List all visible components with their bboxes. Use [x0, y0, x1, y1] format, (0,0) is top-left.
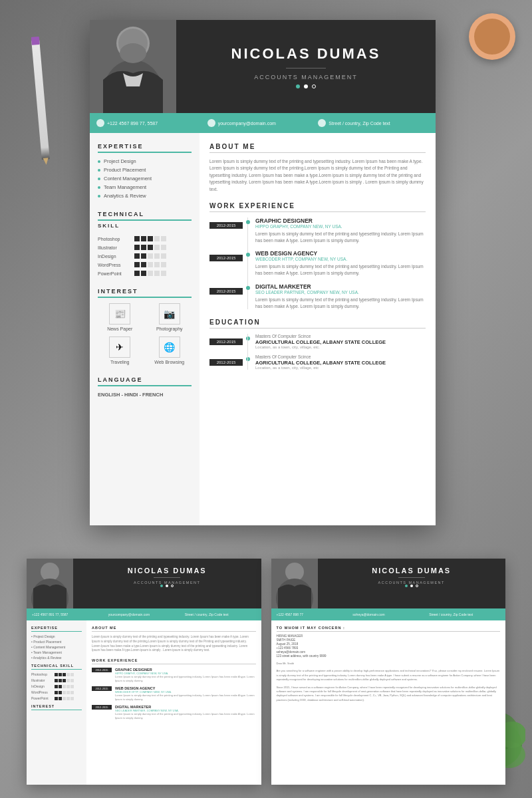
mini-exp-4: • Team Management	[31, 650, 82, 654]
bar	[141, 271, 146, 276]
mini-dots-2	[326, 585, 498, 587]
hiring-manager: HIRING MANAGER	[277, 634, 501, 638]
bar-empty	[154, 253, 160, 259]
job-desc-2: Lorem Ipsum is simply dummy text of the …	[255, 263, 426, 277]
bar-empty	[161, 271, 166, 276]
bar-empty	[161, 253, 166, 259]
email-icon	[207, 119, 215, 127]
header-info: NICOLAS DUMAS ACCOUNTS MANAGEMENT	[176, 32, 436, 102]
email-text: yourcompany@domain.com	[218, 121, 276, 126]
bar	[148, 245, 153, 250]
mini-header-info-1: NICOLAS DUMAS ACCOUNTS MANAGEMENT	[73, 559, 261, 608]
language-text: ENGLISH - HINDI - FRENCH	[98, 392, 192, 398]
year-badge: 2012-2015	[209, 359, 243, 366]
skill-bars	[134, 253, 166, 259]
expertise-item-1: Project Design	[98, 158, 192, 164]
interest-title: INTEREST	[98, 288, 192, 298]
skill-bars	[134, 236, 166, 241]
education-section: EDUCATION 2012-2015 Masters Of Computer …	[209, 319, 426, 370]
job-company-2: WEBCODER HTTP, COMPANY NEW, NY USA.	[255, 257, 426, 261]
job-desc-3: Lorem Ipsum is simply dummy text of the …	[255, 297, 426, 310]
pencil-eraser	[31, 37, 40, 45]
mini-email-2: soheya@domain.com	[352, 612, 424, 616]
edu-degree-1: Masters Of Computer Scince	[255, 334, 426, 338]
mini-job-desc: Lorem Ipsum is simply dummy text of the …	[115, 712, 256, 720]
timeline-dot	[246, 286, 250, 290]
letter-date: August 25, 2018	[277, 642, 501, 646]
interest-label: Photography	[156, 327, 183, 331]
travel-icon: ✈	[109, 336, 130, 358]
work-title: WORK EXPERIENCE	[209, 202, 426, 212]
mini-job-content: WEB DESIGN AGENCY WEBCODER HTTP, COMPANY…	[115, 686, 256, 701]
expertise-section: EXPERTISE Project Design Product Placeme…	[98, 143, 192, 199]
phone-text: +122 4567 898 77, 5587	[107, 121, 158, 126]
letter-name: SMITH PAIGE	[277, 638, 501, 642]
edu-school-1: AGRICULTURAL COLLEGE, ALBANY STATE COLLE…	[255, 339, 426, 345]
job-year-1: 2012-2015	[209, 217, 246, 244]
bullet-icon	[98, 178, 100, 180]
job-year-3: 2012-2015	[209, 283, 246, 310]
job-title-1: GRAPHIC DESIGNER	[255, 217, 426, 224]
year-badge: 2012-2015	[209, 255, 243, 261]
mini-name-2: NICOLAS DUMAS	[326, 567, 498, 575]
skill-illustrator: Illustrator	[98, 245, 192, 250]
mini-dot	[410, 585, 413, 587]
mini-phone-2: +122 4567 898 77	[277, 612, 348, 616]
mini-job-desc: Lorem Ipsum is simply dummy text of the …	[115, 694, 256, 701]
work-timeline: 2012-2015 GRAPHIC DESIGNER HIPPO GRAPHY,…	[209, 217, 426, 310]
letter-address: 123 street address, with country 9999	[277, 654, 501, 658]
letter-main: TO WHOM IT MAY CONCERN : HIRING MANAGER …	[271, 620, 506, 708]
technical-section: TEchnical SKILL Photoshop Illustrator	[98, 211, 192, 276]
camera-icon: 📷	[159, 303, 180, 325]
job-item-1: 2012-2015 GRAPHIC DESIGNER HIPPO GRAPHY,…	[209, 217, 426, 244]
mini-skill-2: Illustrator	[31, 678, 82, 682]
mini-bars	[55, 679, 74, 682]
mini-dot	[171, 585, 174, 587]
education-timeline: 2012-2015 Masters Of Computer Scince AGR…	[209, 334, 426, 370]
bar	[134, 262, 140, 267]
edu-degree-2: Masters Of Computer Scince	[255, 354, 426, 359]
skill-bars	[134, 245, 166, 250]
svg-point-16	[285, 563, 304, 581]
bullet-icon	[98, 195, 100, 198]
mini-letter-card: NICOLAS DUMAS ACCOUNTS MANAGEMENT +122 4…	[271, 559, 506, 785]
education-title: EDUCATION	[209, 319, 426, 329]
bottom-row: NICOLAS DUMAS ACCOUNTS MANAGEMENT +122 4…	[27, 559, 505, 785]
job-company-1: HIPPO GRAPHY, COMPANY NEW, NY USA.	[255, 224, 426, 229]
year-badge: 2012-2015	[209, 222, 243, 229]
mini-address: Street / country, Zip Code text	[185, 612, 256, 616]
skill-photoshop: Photoshop	[98, 236, 192, 241]
letter-phone: +123 4566 7893	[277, 646, 501, 650]
bar-empty	[154, 271, 160, 276]
contact-address: Street / country, Zip Code text	[318, 119, 429, 127]
skill-bars	[134, 271, 166, 276]
expertise-item-4: Team Management	[98, 184, 192, 190]
job-content-3: DIGITAL MARKETER SEO LEADER PARTNER, COM…	[255, 283, 426, 310]
work-section: WORK EXPERIENCE 2012-2015 GRAPHIC DESIGN…	[209, 202, 426, 310]
job-company-3: SEO LEADER PARTNER, COMPANY NEW, NY USA.	[255, 290, 426, 295]
bar-empty	[161, 245, 166, 250]
bar	[141, 262, 146, 267]
edu-content-2: Masters Of Computer Scince AGRICULTURAL …	[255, 354, 426, 370]
technical-title: TEchnical	[98, 211, 192, 221]
header-photo	[90, 20, 176, 113]
address-text: Street / country, Zip Code text	[329, 121, 390, 126]
job-item-3: 2012-2015 DIGITAL MARKETER SEO LEADER PA…	[209, 283, 426, 310]
bar	[134, 271, 140, 276]
svg-point-13	[41, 563, 59, 581]
expertise-item-3: Content Management	[98, 176, 192, 182]
skill-powerpoint: PowerPoint	[98, 271, 192, 276]
mini-year: 2012-2015	[92, 705, 112, 710]
job-year-2: 2012-2015	[209, 250, 246, 277]
bullet-icon	[98, 160, 100, 163]
skill-indesign: InDesign	[98, 253, 192, 259]
edu-location-2: Location, as a town, city, village, etc	[255, 366, 426, 370]
bar-empty	[148, 262, 153, 267]
interest-grid: 📰 News Paper 📷 Photography ✈ Traveling 🌐…	[98, 303, 192, 364]
mini-skill-3: InDesign	[31, 684, 82, 688]
mini-expertise-title: EXPERTISE	[31, 626, 82, 632]
mini-about-title: ABOUT ME	[92, 626, 256, 632]
job-item-2: 2012-2015 WEB DESIGN AGENCY WEBCODER HTT…	[209, 250, 426, 277]
coffee-inner	[474, 19, 510, 55]
job-title-3: DIGITAL MARKETER	[255, 283, 426, 290]
